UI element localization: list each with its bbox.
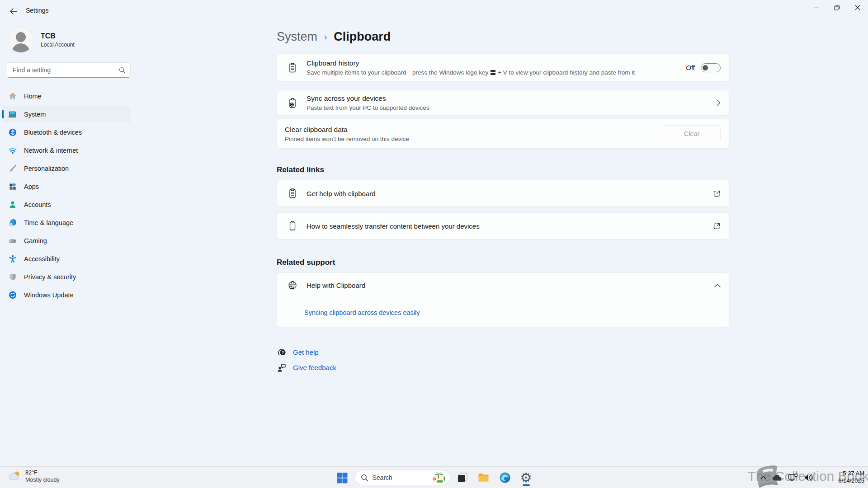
get-help-with-clipboard-link[interactable]: Get help with clipboard xyxy=(277,180,730,207)
sidebar-item-windows-update[interactable]: Windows Update xyxy=(2,286,131,303)
sidebar-item-time-language[interactable]: Time & language xyxy=(2,214,131,231)
gaming-icon xyxy=(8,236,17,245)
taskbar-clock[interactable]: 5:37 AM 6/14/2025 xyxy=(838,470,864,484)
bluetooth-icon xyxy=(8,127,17,137)
sidebar-item-label: Home xyxy=(24,93,42,100)
clipboard-history-toggle[interactable] xyxy=(701,63,721,72)
active-app-indicator xyxy=(523,484,530,486)
start-button[interactable] xyxy=(333,469,351,487)
sidebar-item-label: System xyxy=(24,111,46,118)
task-view-icon xyxy=(457,472,468,483)
clear-button[interactable]: Clear xyxy=(663,125,721,142)
clear-clipboard-card: Clear clipboard data Pinned items won’t … xyxy=(277,119,730,149)
app-title: Settings xyxy=(26,7,49,14)
chevron-right-icon xyxy=(717,99,721,106)
sidebar-item-bluetooth-devices[interactable]: Bluetooth & devices xyxy=(2,124,131,141)
restore-button[interactable] xyxy=(826,0,847,15)
sidebar-item-label: Gaming xyxy=(24,237,47,244)
toggle-state-label: Off xyxy=(686,64,695,71)
syncing-clipboard-link[interactable]: Syncing clipboard across devices easily xyxy=(304,309,420,316)
sidebar-item-label: Accounts xyxy=(24,201,51,208)
accessibility-icon xyxy=(8,254,17,263)
onedrive-tray-icon[interactable] xyxy=(772,474,782,481)
clipboard-history-title: Clipboard history xyxy=(307,59,635,67)
sidebar-item-label: Bluetooth & devices xyxy=(24,129,82,136)
globe-search-icon xyxy=(287,280,298,291)
help-card-title: Help with Clipboard xyxy=(307,282,365,289)
sync-across-devices-card[interactable]: Sync across your devices Paste text from… xyxy=(277,90,730,116)
edge-icon xyxy=(499,472,511,483)
related-links-heading: Related links xyxy=(277,165,730,174)
file-explorer-button[interactable] xyxy=(475,469,493,487)
external-link-icon xyxy=(713,190,721,197)
page-title: Clipboard xyxy=(334,30,391,44)
wifi-icon xyxy=(8,145,17,155)
get-help-link[interactable]: ? Get help xyxy=(277,346,730,358)
time-language-icon xyxy=(8,218,17,227)
taskbar-search[interactable]: Search xyxy=(354,470,450,485)
sidebar-item-home[interactable]: Home xyxy=(2,88,131,104)
sidebar-item-accounts[interactable]: Accounts xyxy=(2,196,131,213)
clipboard-sync-icon xyxy=(287,98,298,108)
help-card-body: Syncing clipboard across devices easily xyxy=(277,298,729,327)
system-icon xyxy=(8,109,17,119)
sidebar-item-gaming[interactable]: Gaming xyxy=(2,232,131,249)
get-help-label: Get help xyxy=(293,348,319,356)
sync-desc: Paste text from your PC to supported dev… xyxy=(307,104,429,111)
sidebar-item-accessibility[interactable]: Accessibility xyxy=(2,250,131,267)
give-feedback-link[interactable]: Give feedback xyxy=(277,361,730,374)
link-label: How to seamlessly transfer content betwe… xyxy=(307,222,480,230)
sidebar-item-system[interactable]: System xyxy=(2,106,131,122)
sidebar-item-label: Personalization xyxy=(24,165,69,172)
chevron-up-icon xyxy=(760,476,766,479)
back-button[interactable] xyxy=(5,5,21,18)
main-content: System › Clipboard Clipboard history Sav… xyxy=(277,22,730,377)
shield-icon xyxy=(8,272,17,282)
ethernet-icon xyxy=(788,474,798,482)
user-account[interactable]: TCB Local Account xyxy=(8,27,137,52)
taskbar-center: Search xyxy=(0,467,868,488)
windows-logo-glyph xyxy=(491,70,495,75)
external-link-icon xyxy=(713,222,721,230)
sidebar-item-privacy-security[interactable]: Privacy & security xyxy=(2,268,131,285)
task-view-button[interactable] xyxy=(453,469,472,487)
home-icon xyxy=(8,91,17,101)
sidebar-item-label: Time & language xyxy=(24,219,73,226)
give-feedback-icon xyxy=(277,363,287,373)
edge-browser-button[interactable] xyxy=(496,469,514,487)
clipboard-icon xyxy=(287,188,298,199)
user-account-type: Local Account xyxy=(41,42,75,48)
transfer-content-link[interactable]: How to seamlessly transfer content betwe… xyxy=(277,212,730,239)
sidebar-item-label: Apps xyxy=(24,183,39,190)
settings-app-button[interactable]: ⚙ xyxy=(517,469,535,487)
breadcrumb: System › Clipboard xyxy=(277,28,730,46)
chevron-up-icon xyxy=(714,284,721,287)
volume-tray-icon[interactable] xyxy=(804,474,813,481)
avatar xyxy=(8,27,33,52)
system-tray xyxy=(760,467,813,488)
sidebar-item-label: Windows Update xyxy=(24,291,74,299)
settings-search[interactable] xyxy=(7,62,131,78)
give-feedback-label: Give feedback xyxy=(293,364,336,371)
clipboard-blank-icon xyxy=(287,221,298,231)
sidebar-item-apps[interactable]: Apps xyxy=(2,178,131,195)
accounts-icon xyxy=(8,200,17,209)
hidden-icons-chevron[interactable] xyxy=(760,476,766,479)
minimize-button[interactable] xyxy=(806,0,826,15)
sidebar-nav: Home System Bluetooth & devices xyxy=(0,88,137,303)
help-with-clipboard-card: Help with Clipboard Syncing clipboard ac… xyxy=(277,272,730,327)
clear-desc: Pinned items won’t be removed on this de… xyxy=(285,136,409,142)
clipboard-history-desc: Save multiple items to your clipboard—pr… xyxy=(307,69,635,76)
windows-start-icon xyxy=(336,472,348,483)
breadcrumb-system[interactable]: System xyxy=(277,30,317,44)
network-tray-icon[interactable] xyxy=(788,474,798,482)
sidebar-item-network-internet[interactable]: Network & internet xyxy=(2,142,131,159)
sidebar-item-personalization[interactable]: Personalization xyxy=(2,160,131,177)
search-input[interactable] xyxy=(13,66,119,74)
sidebar-item-label: Privacy & security xyxy=(24,273,76,281)
search-highlight-decoration xyxy=(430,471,448,484)
help-with-clipboard-expander[interactable]: Help with Clipboard xyxy=(277,273,729,298)
windows-update-icon xyxy=(8,290,17,300)
close-button[interactable] xyxy=(847,0,868,15)
speaker-icon xyxy=(804,474,813,481)
